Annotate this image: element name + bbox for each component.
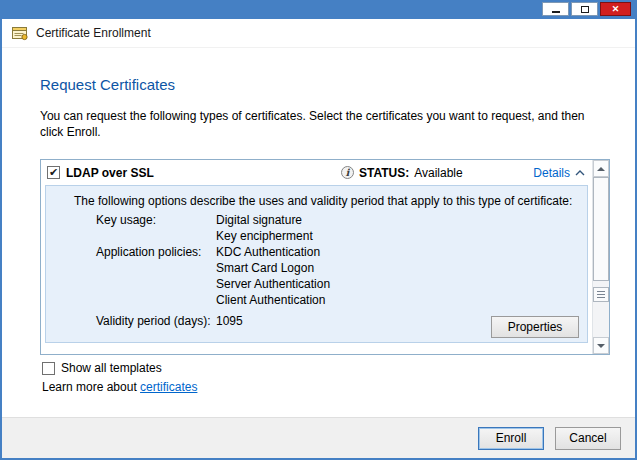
properties-button[interactable]: Properties [491, 316, 579, 338]
status-label: STATUS: [359, 166, 409, 180]
detail-label: Application policies: [96, 244, 216, 308]
detail-row-application-policies: Application policies: KDC Authentication… [96, 244, 587, 308]
info-icon: i [341, 166, 354, 179]
close-icon: ✕ [612, 5, 620, 14]
arrow-up-icon [597, 167, 605, 171]
close-button[interactable]: ✕ [600, 2, 631, 16]
footer-bar: Enroll Cancel [2, 417, 635, 458]
detail-value: KDC Authentication [216, 244, 587, 260]
detail-value: Client Authentication [216, 292, 587, 308]
status-group: i STATUS: Available [341, 166, 463, 180]
detail-label: Validity period (days): [96, 313, 216, 329]
cancel-button[interactable]: Cancel [555, 427, 621, 450]
maximize-icon [581, 6, 589, 13]
detail-label: Key usage: [96, 212, 216, 244]
learn-more-text: Learn more about [42, 380, 140, 394]
arrow-down-icon [597, 344, 605, 348]
detail-value: Digital signature [216, 212, 587, 228]
window-titlebar[interactable]: ✕ [0, 0, 637, 19]
scroll-down-button[interactable] [593, 337, 609, 354]
detail-row-key-usage: Key usage: Digital signature Key enciphe… [96, 212, 587, 244]
scrollbar-thumb[interactable] [593, 177, 609, 281]
certificates-link[interactable]: certificates [140, 380, 197, 394]
minimize-button[interactable] [542, 2, 569, 16]
page-title: Request Certificates [40, 76, 175, 93]
window-controls: ✕ [542, 2, 631, 16]
scroll-up-button[interactable] [593, 160, 609, 177]
maximize-button[interactable] [571, 2, 598, 16]
details-toggle[interactable]: Details [533, 166, 585, 180]
window-title: Certificate Enrollment [36, 26, 151, 40]
details-description: The following options describe the uses … [46, 186, 587, 210]
intro-text: You can request the following types of c… [40, 108, 596, 140]
window-title-row: Certificate Enrollment [2, 19, 635, 48]
detail-value: Server Authentication [216, 276, 587, 292]
enroll-button[interactable]: Enroll [478, 427, 544, 450]
minimize-icon [552, 11, 560, 13]
certificate-enrollment-icon [11, 25, 29, 41]
show-all-templates-option: Show all templates [42, 361, 162, 375]
template-details-panel: The following options describe the uses … [45, 185, 588, 343]
detail-value: Key encipherment [216, 228, 587, 244]
show-all-templates-checkbox[interactable] [42, 362, 55, 375]
vertical-scrollbar[interactable] [592, 160, 609, 354]
show-all-templates-label: Show all templates [61, 361, 162, 375]
chevron-up-icon [575, 170, 585, 176]
certificate-template-list: ✔ LDAP over SSL i STATUS: Available Deta… [40, 159, 610, 355]
certificate-enrollment-window: ✕ Certificate Enrollment Request Certifi… [0, 0, 637, 460]
learn-more-line: Learn more about certificates [42, 380, 197, 394]
scrollbar-grip[interactable] [593, 287, 609, 302]
checkmark-icon: ✔ [49, 167, 58, 178]
ldap-over-ssl-checkbox[interactable]: ✔ [47, 166, 60, 179]
detail-value: Smart Card Logon [216, 260, 587, 276]
template-name[interactable]: LDAP over SSL [66, 166, 154, 180]
status-value: Available [414, 166, 462, 180]
template-row: ✔ LDAP over SSL i STATUS: Available Deta… [41, 160, 592, 185]
details-rows: Key usage: Digital signature Key enciphe… [96, 212, 587, 329]
details-label: Details [533, 166, 570, 180]
